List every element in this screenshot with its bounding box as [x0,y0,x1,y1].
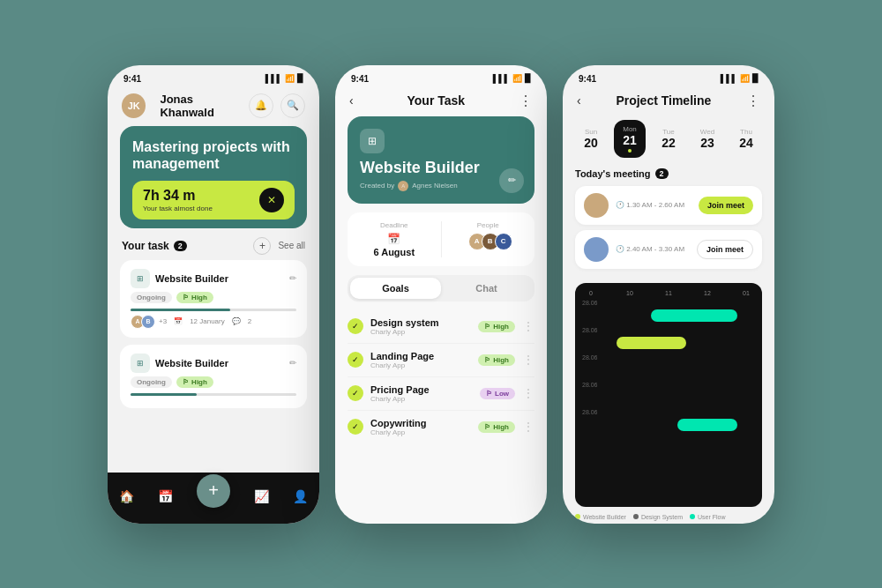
meeting-card-2: 🕐 2.40 AM - 3.30 AM Join meet [575,230,762,269]
p2-header: ‹ Your Task ⋮ [335,87,547,116]
signal-icon-3: ▌▌▌ [721,74,737,83]
see-all-link[interactable]: See all [278,241,305,250]
tag-status-2: Ongoing [131,376,172,388]
fab-button[interactable]: + [197,474,230,508]
goal-name-3: Pricing Page [370,384,473,395]
tag-priority-1: 🏳 High [176,292,213,303]
goal-check-2: ✓ [348,352,363,368]
task-card-header-1: ⊞ Website Builder ✏ [131,269,296,288]
join-meet-btn-2[interactable]: Join meet [697,240,753,259]
gantt-label-1: 10 [621,290,639,296]
task-banner-icon: ⊞ [360,129,385,153]
goal-info-4: Copywriting Charly App [370,418,471,436]
signal-icon: ▌▌▌ [265,74,282,83]
profile-icon: 👤 [293,489,308,503]
meeting-avatar-1 [584,193,609,218]
legend-label-1: Website Builder [583,514,626,520]
deadline-value: 6 August [373,247,415,257]
back-button-2[interactable]: ‹ [349,93,354,108]
status-icons-1: ▌▌▌ 📶 ▉ [265,74,303,83]
goal-more-1[interactable]: ⋮ [522,319,534,333]
meta-divider [441,221,442,257]
task-card-header-2: ⊞ Website Builder ✏ [131,354,296,373]
back-button-3[interactable]: ‹ [577,93,581,108]
gantt-date-4: 28.06 [582,382,755,388]
progress-bar-1 [131,309,296,311]
goal-sub-3: Charly App [370,395,473,403]
cal-day-mon[interactable]: Mon 21 [614,120,646,158]
task-edit-2[interactable]: ✏ [289,358,296,368]
goal-tags-1: 🏳 High [478,321,515,332]
nav-home[interactable]: 🏠 [119,489,134,503]
join-meet-btn-1[interactable]: Join meet [699,197,753,214]
nav-stats[interactable]: 📈 [254,489,269,503]
tag-priority-2: 🏳 High [176,376,213,388]
progress-fill-1 [131,309,230,311]
meeting-card-1: 🕐 1.30 AM - 2.60 AM Join meet [575,186,762,225]
search-button[interactable]: 🔍 [280,93,305,118]
edit-button-2[interactable]: ✏ [499,168,524,193]
gantt-bar-row-1 [582,309,755,322]
gantt-date-5: 28.06 [582,409,755,415]
gantt-date-2: 28.06 [582,327,755,333]
nav-profile[interactable]: 👤 [293,489,308,503]
progress-fill-2 [131,393,197,396]
notification-button[interactable]: 🔔 [249,93,273,118]
wifi-icon: 📶 [285,74,295,83]
more-button-2[interactable]: ⋮ [519,93,533,109]
user-avatar: JK [122,93,146,118]
goal-more-4[interactable]: ⋮ [522,420,534,434]
p1-header: JK Jonas Khanwald 🔔 🔍 [108,87,319,126]
task-edit-1[interactable]: ✏ [289,273,296,283]
gantt-bar-5 [677,419,738,431]
legend-item-2: Design System [633,514,683,520]
task-icon-1: ⊞ [131,269,150,288]
gantt-label-3: 12 [699,290,716,296]
goal-tags-3: 🏳 Low [480,388,515,399]
p3-header: ‹ Project Timeline ⋮ [563,87,774,116]
cal-day-name-1: Mon [623,125,637,133]
bottom-nav: 🏠 📅 + 📈 👤 [108,473,319,524]
task-created-by: Created by A Agnes Nielsen [360,181,522,191]
meeting-section: Today's meeting 2 🕐 1.30 AM - 2.60 AM Jo… [563,165,774,279]
goal-more-3[interactable]: ⋮ [522,386,534,400]
people-avatars: A B C [468,233,508,250]
goal-name-1: Design system [370,317,471,328]
battery-icon-2: ▉ [525,74,531,83]
cal-day-wed[interactable]: Wed 23 [691,123,723,155]
gantt-bar-row-3 [582,364,755,376]
goal-check-1: ✓ [348,318,363,334]
gantt-row-3: 28.06 [582,354,755,376]
stats-icon: 📈 [254,489,269,503]
cal-day-thu[interactable]: Thu 24 [730,123,762,155]
goal-item-4: ✓ Copywriting Charly App 🏳 High ⋮ [335,411,547,443]
meeting-info-2: 🕐 2.40 AM - 3.30 AM [616,245,690,253]
goal-info-1: Design system Charly App [370,317,471,336]
phones-container: 9:41 ▌▌▌ 📶 ▉ JK Jonas Khanwald 🔔 🔍 Maste… [108,65,774,524]
add-task-button[interactable]: + [253,237,271,255]
task-meta: Deadline 📅 6 August People A B C [348,212,534,266]
time-1: 9:41 [123,74,141,84]
more-button-3[interactable]: ⋮ [746,93,760,109]
cal-day-tue[interactable]: Tue 22 [653,123,684,155]
task-members: A B [131,315,152,329]
gantt-legend: Website Builder Design System User Flow [563,510,774,524]
legend-dot-1 [575,514,580,519]
task-count-badge: 2 [174,241,187,251]
timer-icon: ✕ [259,188,284,212]
task-name-2: Website Builder [155,358,228,368]
nav-calendar[interactable]: 📅 [158,489,173,503]
goal-info-2: Landing Page Charly App [370,351,471,369]
cal-day-sun[interactable]: Sun 20 [575,123,607,155]
task-footer-1: A B +3 📅 12 January 💬 2 [131,315,296,329]
gantt-label-0: 0 [582,290,600,296]
p2-page-title: Your Task [407,93,466,108]
tab-chat[interactable]: Chat [441,278,532,299]
goal-more-2[interactable]: ⋮ [522,353,534,367]
goal-name-4: Copywriting [370,418,471,428]
phone-1: 9:41 ▌▌▌ 📶 ▉ JK Jonas Khanwald 🔔 🔍 Maste… [108,65,319,524]
meeting-count-badge: 2 [655,168,669,179]
goal-item-3: ✓ Pricing Page Charly App 🏳 Low ⋮ [335,377,547,410]
meeting-time-1: 🕐 1.30 AM - 2.60 AM [616,201,691,209]
tab-goals[interactable]: Goals [350,278,441,299]
